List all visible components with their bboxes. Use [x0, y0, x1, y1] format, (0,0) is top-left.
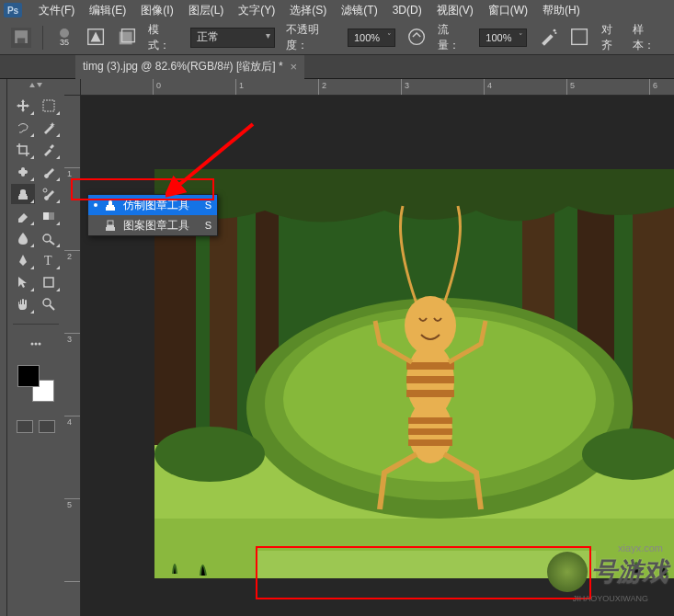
canvas[interactable]: 仿制图章工具 S 图案图章工具 S	[81, 96, 674, 616]
type-tool[interactable]: T	[37, 250, 61, 270]
clone-stamp-icon	[103, 199, 118, 211]
path-select-tool[interactable]	[11, 272, 35, 292]
history-brush-tool[interactable]	[37, 184, 61, 204]
flyout-label: 仿制图章工具	[123, 198, 200, 213]
separator	[42, 26, 43, 50]
flyout-item-pattern-stamp[interactable]: 图案图章工具 S	[88, 215, 217, 235]
flow-input[interactable]: 100%	[479, 29, 527, 47]
tab-close-icon[interactable]: ×	[291, 60, 298, 74]
toolbar-collapse-icon[interactable]	[28, 83, 44, 92]
svg-point-15	[43, 234, 51, 242]
dodge-tool[interactable]	[37, 228, 61, 248]
healing-tool[interactable]	[11, 162, 35, 182]
svg-point-7	[555, 32, 557, 34]
magic-wand-tool[interactable]	[37, 118, 61, 138]
svg-point-19	[31, 343, 34, 346]
watermark-text: 号游戏	[591, 554, 668, 589]
menu-view[interactable]: 视图(V)	[429, 0, 481, 21]
svg-point-18	[43, 299, 51, 306]
screenmode-icon[interactable]	[39, 420, 55, 433]
watermark-logo-icon	[547, 552, 588, 592]
brush-panel-icon[interactable]	[86, 28, 106, 48]
left-toolbar: T	[7, 79, 64, 616]
quickmask-icon[interactable]	[17, 420, 33, 433]
eyedropper-tool[interactable]	[37, 140, 61, 160]
svg-rect-45	[408, 439, 452, 446]
move-tool[interactable]	[11, 96, 35, 116]
ruler-corner	[64, 79, 81, 96]
svg-rect-39	[406, 362, 454, 370]
tool-preset-icon[interactable]	[11, 28, 31, 48]
svg-rect-9	[43, 100, 54, 111]
document-tab[interactable]: timg (3).jpg @ 82.6%(RGB/8#) [缩放后] * ×	[75, 55, 304, 79]
menu-image[interactable]: 图像(I)	[133, 0, 180, 21]
toolbar-grip[interactable]	[0, 79, 7, 616]
ruler-vertical[interactable]: 1 2 3 4 5	[64, 96, 81, 616]
hand-tool[interactable]	[11, 294, 35, 314]
pen-tool[interactable]	[11, 250, 35, 270]
menu-filter[interactable]: 滤镜(T)	[334, 0, 384, 21]
menu-type[interactable]: 文字(Y)	[231, 0, 282, 21]
svg-point-20	[35, 343, 38, 346]
lasso-tool[interactable]	[11, 118, 35, 138]
watermark: 号游戏	[547, 552, 668, 592]
svg-rect-25	[256, 551, 596, 578]
airbrush-icon[interactable]	[538, 28, 558, 48]
svg-rect-46	[108, 221, 113, 225]
blur-tool[interactable]	[11, 228, 35, 248]
svg-point-12	[43, 188, 47, 192]
menu-file[interactable]: 文件(F)	[31, 0, 82, 21]
clone-source-icon[interactable]	[117, 28, 137, 48]
sample-label: 样本：	[633, 22, 663, 53]
brush-tool[interactable]	[37, 162, 61, 182]
tab-title: timg (3).jpg @ 82.6%(RGB/8#) [缩放后] *	[83, 59, 283, 74]
edit-toolbar-icon[interactable]	[24, 334, 48, 354]
flow-label: 流量：	[438, 22, 468, 53]
menu-layer[interactable]: 图层(L)	[181, 0, 232, 21]
align-label: 对齐	[601, 22, 622, 53]
workspace: 0 1 2 3 4 5 6 1 2 3 4 5	[64, 79, 674, 616]
document-tab-bar: timg (3).jpg @ 82.6%(RGB/8#) [缩放后] * ×	[0, 55, 674, 79]
menu-window[interactable]: 窗口(W)	[481, 0, 535, 21]
svg-rect-11	[21, 167, 25, 177]
opacity-label: 不透明度：	[286, 22, 337, 53]
svg-text:T: T	[44, 254, 52, 268]
mode-label: 模式：	[148, 22, 178, 53]
ps-logo-icon: Ps	[4, 3, 22, 17]
svg-rect-17	[44, 278, 53, 287]
options-bar: 35 模式： 正常 不透明度： 100% 流量： 100% 对齐 样本：	[0, 20, 674, 55]
main-area: T 0 1 2 3 4 5	[0, 79, 674, 616]
eraser-tool[interactable]	[11, 206, 35, 226]
menu-bar: Ps 文件(F) 编辑(E) 图像(I) 图层(L) 文字(Y) 选择(S) 滤…	[0, 0, 674, 20]
align-checkbox[interactable]	[569, 28, 589, 48]
flyout-label: 图案图章工具	[123, 218, 200, 234]
opacity-input[interactable]: 100%	[348, 29, 395, 47]
svg-rect-14	[43, 212, 49, 220]
svg-point-35	[154, 427, 265, 482]
flyout-shortcut: S	[205, 200, 211, 211]
crop-tool[interactable]	[11, 140, 35, 160]
flyout-item-clone-stamp[interactable]: 仿制图章工具 S	[88, 195, 217, 215]
opacity-pressure-icon[interactable]	[406, 28, 427, 48]
brush-preview[interactable]: 35	[54, 29, 74, 47]
clone-stamp-tool[interactable]	[11, 184, 35, 204]
clone-stamp-flyout: 仿制图章工具 S 图案图章工具 S	[87, 194, 218, 236]
foreground-color[interactable]	[17, 365, 40, 387]
svg-rect-44	[408, 428, 452, 435]
mode-select[interactable]: 正常	[190, 28, 275, 48]
zoom-tool[interactable]	[37, 294, 61, 314]
marquee-tool[interactable]	[37, 96, 61, 116]
menu-select[interactable]: 选择(S)	[282, 0, 334, 21]
color-swatches[interactable]	[17, 365, 54, 402]
menu-3d[interactable]: 3D(D)	[385, 1, 429, 19]
menu-help[interactable]: 帮助(H)	[535, 0, 588, 21]
shape-tool[interactable]	[37, 272, 61, 292]
svg-point-5	[409, 29, 425, 45]
ruler-horizontal[interactable]: 0 1 2 3 4 5 6	[81, 79, 674, 96]
svg-rect-40	[406, 376, 454, 383]
flyout-shortcut: S	[205, 220, 211, 231]
menu-edit[interactable]: 编辑(E)	[82, 0, 133, 21]
svg-rect-8	[572, 29, 588, 45]
gradient-tool[interactable]	[37, 206, 61, 226]
svg-point-6	[554, 29, 556, 32]
